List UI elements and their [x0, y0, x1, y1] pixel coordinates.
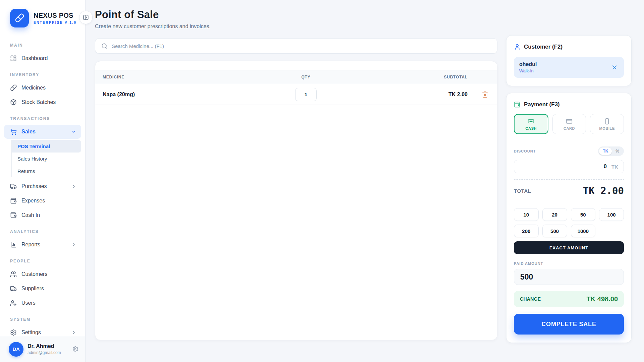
- quick-amount-button[interactable]: 500: [542, 225, 567, 237]
- section-label-system: SYSTEM: [0, 310, 85, 325]
- close-icon: [611, 64, 618, 71]
- paid-amount-label: PAID AMOUNT: [514, 261, 624, 265]
- sidebar-item-label: Expenses: [21, 198, 76, 204]
- selected-customer-chip: ohedul Walk-in: [514, 57, 624, 78]
- avatar: DA: [9, 342, 23, 357]
- sidebar-item-expenses[interactable]: Expenses: [4, 194, 81, 208]
- quick-amount-button[interactable]: 10: [514, 208, 539, 221]
- smartphone-icon: [604, 118, 610, 125]
- sidebar-item-users[interactable]: Users: [4, 296, 81, 310]
- payment-method-card[interactable]: CARD: [552, 114, 586, 134]
- payment-methods: CASH CARD MOBILE: [514, 114, 624, 134]
- total-row: TOTAL TK 2.00: [514, 179, 624, 202]
- section-label-people: PEOPLE: [0, 252, 85, 267]
- sidebar-item-label: Dashboard: [21, 55, 76, 61]
- total-value: TK 2.00: [583, 185, 624, 196]
- quick-amount-button[interactable]: 100: [599, 208, 624, 221]
- quick-amount-button[interactable]: 20: [542, 208, 567, 221]
- quick-amount-button[interactable]: 1000: [571, 225, 596, 237]
- payment-card: Payment (F3) CASH CARD MOBILE DISCOUN: [506, 93, 632, 343]
- banknote-icon: [528, 118, 534, 125]
- sidebar-toggle-button[interactable]: [79, 11, 93, 24]
- profile-settings-icon[interactable]: [72, 346, 78, 352]
- profile-name: Dr. Ahmed: [28, 343, 61, 349]
- change-box: CHANGE TK 498.00: [514, 291, 624, 307]
- complete-sale-button[interactable]: COMPLETE SALE: [514, 314, 624, 335]
- search-icon: [101, 43, 108, 49]
- sidebar-item-medicines[interactable]: Medicines: [4, 81, 81, 95]
- discount-field[interactable]: TK: [514, 160, 624, 173]
- cart-icon: [10, 128, 17, 135]
- app-edition: ENTERPRISE V-1.0: [34, 21, 76, 24]
- chevron-down-icon: [71, 129, 76, 134]
- sidebar-item-settings[interactable]: Settings: [4, 325, 81, 336]
- wallet-icon: [514, 101, 521, 108]
- sidebar-item-stock-batches[interactable]: Stock Batches: [4, 95, 81, 109]
- sidebar-item-label: Stock Batches: [21, 99, 76, 105]
- remove-item-button[interactable]: [480, 90, 490, 99]
- pos-main-area: Point of Sale Create new customer prescr…: [95, 0, 497, 362]
- pill-icon: [15, 13, 24, 23]
- column-header-qty: QTY: [284, 75, 328, 79]
- sidebar-item-label: Cash In: [21, 212, 76, 218]
- medicine-search-bar[interactable]: [95, 38, 497, 54]
- sidebar-item-cash-in[interactable]: Cash In: [4, 208, 81, 222]
- customer-card: Customer (F2) ohedul Walk-in: [506, 35, 632, 86]
- column-header-medicine: MEDICINE: [95, 75, 284, 79]
- app-name: NEXUS POS: [34, 12, 76, 19]
- user-icon: [514, 44, 521, 50]
- customer-card-title: Customer (F2): [524, 44, 562, 50]
- sales-submenu: POS Terminal Sales History Returns: [11, 140, 81, 177]
- sidebar-item-dashboard[interactable]: Dashboard: [4, 51, 81, 65]
- sidebar-item-customers[interactable]: Customers: [4, 267, 81, 281]
- change-value: TK 498.00: [587, 295, 618, 303]
- gear-icon: [10, 329, 17, 336]
- discount-unit-tk[interactable]: TK: [599, 147, 612, 155]
- sidebar-item-sales-history[interactable]: Sales History: [12, 153, 81, 165]
- quick-amounts: 10 20 50 100 200 500 1000: [514, 208, 624, 237]
- sidebar-item-sales[interactable]: Sales: [4, 125, 81, 139]
- trash-icon: [482, 91, 488, 98]
- quick-amount-button[interactable]: 200: [514, 225, 539, 237]
- discount-input[interactable]: [573, 163, 607, 170]
- customer-name: ohedul: [519, 61, 537, 67]
- payment-card-title: Payment (F3): [524, 101, 560, 108]
- quick-amount-button[interactable]: 50: [571, 208, 596, 221]
- page-title: Point of Sale: [95, 9, 497, 21]
- sidebar-item-reports[interactable]: Reports: [4, 238, 81, 252]
- clear-customer-button[interactable]: [610, 63, 619, 71]
- sidebar-item-label: Settings: [21, 329, 66, 336]
- chevron-right-icon: [71, 242, 76, 247]
- profile-email: admin@gmail.com: [28, 350, 61, 355]
- pill-icon: [10, 84, 17, 91]
- sidebar-item-label: Users: [21, 300, 76, 306]
- sidebar-item-pos-terminal[interactable]: POS Terminal: [12, 140, 81, 153]
- discount-suffix: TK: [611, 164, 618, 170]
- sidebar-item-label: Medicines: [21, 85, 76, 91]
- discount-unit-percent[interactable]: %: [612, 147, 623, 155]
- page-subtitle: Create new customer prescriptions and in…: [95, 23, 497, 29]
- sidebar-item-label: Reports: [21, 242, 66, 248]
- cart-row: Napa (20mg) TK 2.00: [95, 84, 497, 105]
- qty-input[interactable]: [295, 88, 317, 101]
- sidebar-item-label: Purchases: [21, 183, 66, 189]
- sidebar-item-suppliers[interactable]: Suppliers: [4, 282, 81, 296]
- cart-table-header: MEDICINE QTY SUBTOTAL: [95, 70, 497, 84]
- customer-type: Walk-in: [519, 68, 537, 73]
- dashboard-icon: [10, 55, 17, 62]
- sidebar-item-purchases[interactable]: Purchases: [4, 179, 81, 193]
- user-gear-icon: [10, 300, 17, 306]
- wallet-icon: [10, 197, 17, 204]
- app-logo: [10, 9, 29, 27]
- truck-icon: [10, 183, 17, 190]
- payment-method-cash[interactable]: CASH: [514, 114, 548, 134]
- payment-method-mobile[interactable]: MOBILE: [590, 114, 624, 134]
- cart-item-name: Napa (20mg): [95, 92, 284, 98]
- sidebar-item-returns[interactable]: Returns: [12, 165, 81, 177]
- credit-card-icon: [566, 118, 573, 125]
- exact-amount-button[interactable]: EXACT AMOUNT: [514, 241, 624, 254]
- section-label-inventory: INVENTORY: [0, 66, 85, 80]
- box-icon: [10, 99, 17, 106]
- paid-amount-input[interactable]: [514, 269, 624, 285]
- medicine-search-input[interactable]: [112, 43, 491, 49]
